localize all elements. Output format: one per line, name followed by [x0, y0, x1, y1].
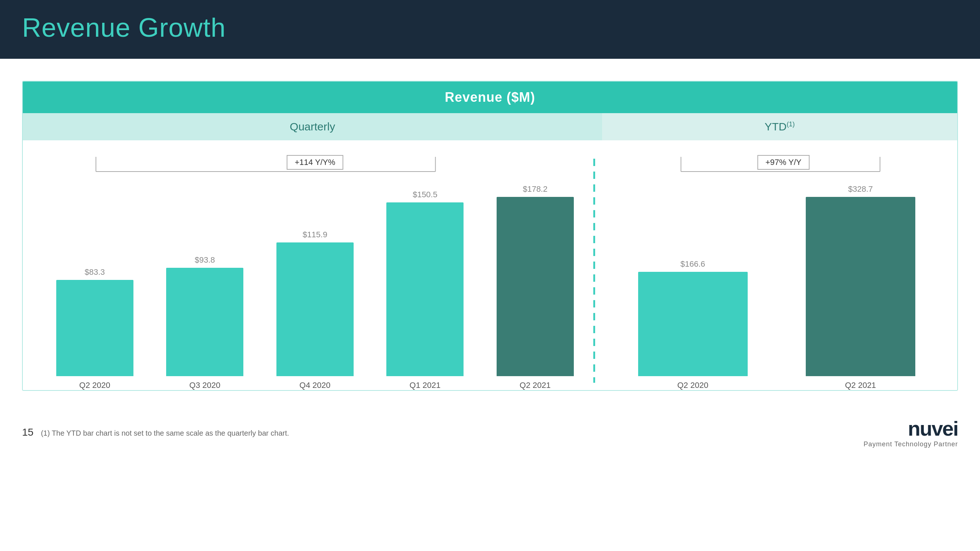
bar-group-q2-2021: $178.2 Q2 2021	[482, 184, 589, 390]
bar-q2-2020	[56, 280, 134, 376]
quarterly-yoy-label: +114 Y/Y%	[287, 155, 343, 170]
header: Revenue Growth	[0, 0, 980, 59]
footnote-text: (1) The YTD bar chart is not set to the …	[41, 429, 289, 438]
main-content: Revenue ($M) Quarterly YTD(1)	[0, 59, 980, 405]
page-number: 15	[22, 427, 33, 438]
bar-value-q3-2020: $93.8	[195, 255, 215, 265]
bar-value-q4-2020: $115.9	[302, 230, 327, 240]
ytd-section: +97% Y/Y $166.6 Q2 2020 $328.7	[600, 151, 939, 390]
bar-value-q1-2021: $150.5	[413, 190, 438, 200]
quarterly-bars: $83.3 Q2 2020 $93.8 Q3 2020 $115.9	[41, 184, 589, 390]
bar-q2-2021	[496, 197, 574, 376]
subheader-quarterly: Quarterly	[23, 113, 602, 140]
bar-group-ytd-q2-2021: $328.7 Q2 2021	[782, 184, 939, 390]
bar-value-ytd-q2-2021: $328.7	[848, 184, 873, 194]
dashed-line	[593, 159, 595, 383]
chart-subheader: Quarterly YTD(1)	[23, 113, 957, 140]
bar-q3-2020	[166, 268, 243, 376]
bar-label-q3-2020: Q3 2020	[189, 381, 220, 390]
quarterly-label: Quarterly	[290, 121, 335, 133]
chart-container: Revenue ($M) Quarterly YTD(1)	[22, 81, 958, 391]
logo-nuvei: nuvei	[908, 417, 958, 440]
quarterly-section: +114 Y/Y% $83.3 Q2 2020 $93.8	[41, 151, 589, 390]
bar-label-q4-2020: Q4 2020	[299, 381, 331, 390]
ytd-bars: $166.6 Q2 2020 $328.7 Q2 2021	[607, 184, 939, 390]
logo-text: nuvei	[908, 416, 958, 440]
ytd-label: YTD(1)	[765, 121, 795, 133]
bar-group-q4-2020: $115.9 Q4 2020	[261, 184, 369, 390]
bar-q1-2021	[387, 202, 463, 376]
logo-area: nuvei Payment Technology Partner	[864, 416, 958, 448]
page-wrapper: Revenue Growth Revenue ($M) Quarterly YT…	[0, 0, 980, 456]
bar-value-q2-2021: $178.2	[523, 184, 547, 194]
chart-header-text: Revenue ($M)	[445, 90, 535, 105]
bar-label-q2-2021: Q2 2021	[520, 381, 550, 390]
bar-label-q2-2020: Q2 2020	[80, 381, 110, 390]
bar-ytd-q2-2021	[806, 197, 915, 376]
bar-label-ytd-q2-2021: Q2 2021	[845, 381, 876, 390]
bar-group-q1-2021: $150.5 Q1 2021	[372, 184, 479, 390]
bar-group-ytd-q2-2020: $166.6 Q2 2020	[615, 184, 771, 390]
quarterly-bracket-area: +114 Y/Y%	[41, 151, 589, 181]
bar-label-ytd-q2-2020: Q2 2020	[678, 381, 708, 390]
ytd-bracket-area: +97% Y/Y	[607, 151, 939, 181]
bar-group-q3-2020: $93.8 Q3 2020	[151, 184, 259, 390]
bar-label-q1-2021: Q1 2021	[409, 381, 441, 390]
chart-main-header: Revenue ($M)	[23, 81, 957, 113]
footer: 15 (1) The YTD bar chart is not set to t…	[0, 405, 980, 456]
ytd-yoy-label: +97% Y/Y	[757, 155, 810, 170]
bar-value-q2-2020: $83.3	[84, 267, 105, 277]
logo-tagline: Payment Technology Partner	[864, 440, 958, 448]
bar-value-ytd-q2-2020: $166.6	[681, 259, 705, 269]
bar-q4-2020	[277, 243, 354, 376]
chart-body: +114 Y/Y% $83.3 Q2 2020 $93.8	[23, 140, 957, 390]
page-title: Revenue Growth	[22, 13, 226, 43]
dashed-divider	[589, 151, 600, 390]
footnote-left: 15 (1) The YTD bar chart is not set to t…	[22, 427, 289, 438]
subheader-ytd: YTD(1)	[602, 113, 957, 140]
bar-group-q2-2020: $83.3 Q2 2020	[41, 184, 148, 390]
bar-ytd-q2-2020	[638, 272, 748, 376]
